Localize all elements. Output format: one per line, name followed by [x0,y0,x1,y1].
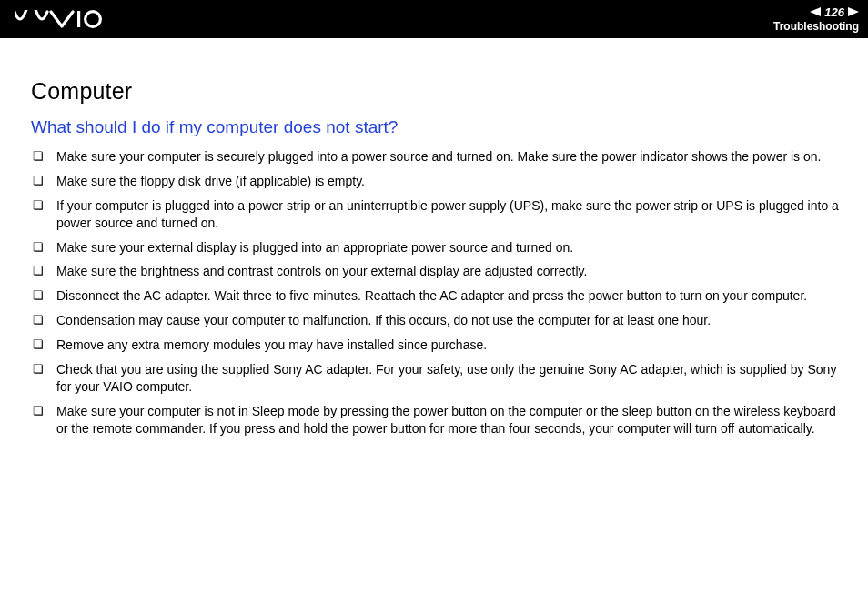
list-item: Disconnect the AC adapter. Wait three to… [31,287,839,305]
vaio-logo [15,10,102,28]
list-item: Make sure the floppy disk drive (if appl… [31,173,839,190]
list-item: Make sure your computer is not in Sleep … [31,403,839,437]
page-content: Computer What should I do if my computer… [0,38,868,437]
svg-rect-0 [77,11,80,27]
list-item: Make sure the brightness and contrast co… [31,263,839,280]
svg-point-1 [86,12,101,27]
next-page-arrow-icon[interactable] [848,5,859,19]
svg-marker-3 [848,7,859,16]
list-item: Make sure your external display is plugg… [31,239,839,256]
list-item: Remove any extra memory modules you may … [31,337,839,354]
troubleshooting-list: Make sure your computer is securely plug… [31,148,839,437]
list-item: Make sure your computer is securely plug… [31,148,839,166]
svg-marker-2 [810,7,821,16]
page-navigation: 126 [810,5,859,19]
question-heading: What should I do if my computer does not… [31,117,839,137]
list-item: If your computer is plugged into a power… [31,197,839,232]
list-item: Condensation may cause your computer to … [31,312,839,329]
section-label: Troubleshooting [773,20,859,33]
header-meta: 126 Troubleshooting [773,5,859,33]
page-number: 126 [824,5,844,19]
page-header: 126 Troubleshooting [0,0,868,38]
prev-page-arrow-icon[interactable] [810,5,821,19]
list-item: Check that you are using the supplied So… [31,361,839,396]
section-heading: Computer [31,78,839,105]
